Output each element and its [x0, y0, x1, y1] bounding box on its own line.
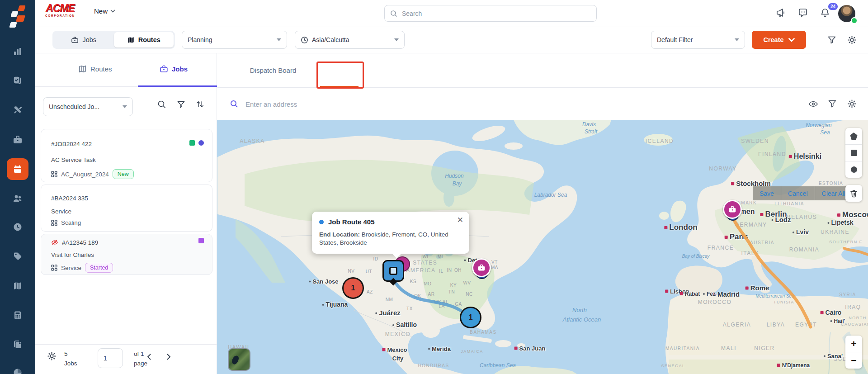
map-canvas[interactable]: DavisStraitNorwegianSeaHudsonBayLabrador…	[217, 120, 868, 374]
agent-marker[interactable]	[472, 258, 491, 281]
job-group: Service	[61, 265, 81, 271]
new-menu-label: New	[94, 7, 108, 15]
panel-sort-button[interactable]	[196, 100, 204, 109]
draw-actions-bar: Save Cancel Clear All	[753, 186, 852, 200]
panel-tab-routes[interactable]: Routes	[78, 65, 112, 73]
tab-dispatch-board[interactable]: Dispatch Board	[250, 66, 297, 74]
satellite-layer-toggle[interactable]	[228, 348, 250, 371]
sidebar-item-documents[interactable]	[7, 334, 28, 355]
visibility-toggle-button[interactable]	[808, 99, 818, 109]
chevron-right-icon	[165, 353, 173, 361]
sidebar-item-calculator[interactable]	[7, 304, 28, 326]
messages-button[interactable]	[797, 7, 808, 18]
map-settings-button[interactable]	[847, 99, 857, 109]
draw-circle-button[interactable]	[845, 161, 862, 178]
zoom-out-button[interactable]: −	[845, 352, 862, 369]
toggle-routes[interactable]: Routes	[114, 32, 174, 47]
panel-footer: 5Jobs of 1page	[35, 344, 217, 374]
status-shape-indigo-circle	[198, 140, 204, 146]
app-root: ACME CORPORATION New 24 Jobs Routes	[0, 0, 868, 374]
job-card[interactable]: #BA2024 335 Service Scaling	[41, 185, 212, 232]
agent-marker[interactable]	[722, 200, 742, 223]
sidebar	[0, 0, 35, 374]
panel-search-button[interactable]	[157, 100, 166, 109]
panel-tab-jobs[interactable]: Jobs	[160, 65, 188, 73]
search-icon	[230, 100, 238, 108]
eye-icon	[808, 99, 818, 109]
settings-button[interactable]	[847, 35, 857, 45]
planning-select[interactable]: Planning	[182, 31, 287, 49]
popup-title: Job Route 405	[328, 218, 375, 226]
chevron-down-icon	[788, 38, 795, 42]
new-menu[interactable]: New	[94, 7, 115, 15]
toggle-jobs[interactable]: Jobs	[54, 32, 114, 47]
search-input[interactable]	[401, 9, 591, 18]
job-title: Service	[51, 208, 71, 215]
cancel-button[interactable]: Cancel	[781, 186, 815, 200]
cluster-marker-red[interactable]: 1	[342, 277, 364, 299]
sidebar-item-timesheets[interactable]	[7, 216, 28, 238]
acme-logo[interactable]: ACME CORPORATION	[45, 3, 75, 18]
sidebar-item-tags[interactable]	[7, 246, 28, 267]
address-search-row	[217, 88, 868, 121]
default-filter-select[interactable]: Default Filter	[651, 31, 745, 49]
job-card[interactable]: #JOB2024 422 AC Service Task AC_August_2…	[41, 129, 212, 182]
create-button[interactable]: Create	[752, 31, 806, 49]
cluster-count: 1	[468, 313, 472, 322]
route-color-dot	[319, 220, 324, 224]
draw-polygon-button[interactable]	[845, 128, 862, 145]
sidebar-item-reports[interactable]	[7, 362, 28, 374]
timezone-select[interactable]: Asia/Calcutta	[295, 31, 405, 49]
map-filter-button[interactable]	[828, 99, 837, 108]
jobs-count: 5Jobs	[64, 350, 77, 369]
status-badge: New	[113, 169, 134, 179]
job-status-filter-select[interactable]: Unscheduled Jo...	[43, 97, 133, 116]
delete-shapes-button[interactable]	[845, 185, 862, 202]
save-button[interactable]: Save	[753, 186, 781, 200]
divider	[814, 33, 814, 46]
panel-controls: Unscheduled Jo...	[35, 87, 217, 126]
sidebar-item-users[interactable]	[7, 188, 28, 209]
sidebar-item-map[interactable]	[7, 275, 28, 297]
square-icon	[851, 150, 857, 156]
panel-filter-button[interactable]	[177, 100, 185, 109]
next-page-button[interactable]	[165, 353, 173, 361]
job-id: #A12345 189	[62, 239, 98, 246]
tag-icon	[13, 251, 23, 261]
address-input[interactable]	[245, 100, 563, 109]
tools-icon	[13, 105, 23, 115]
sidebar-item-tools[interactable]	[7, 99, 28, 121]
filter-button[interactable]	[827, 35, 836, 44]
briefcase-icon	[728, 205, 736, 213]
sidebar-item-analytics[interactable]	[7, 41, 28, 62]
cluster-marker-blue[interactable]: 1	[460, 307, 481, 328]
panel-tab-jobs-label: Jobs	[172, 65, 188, 73]
briefcase-icon	[13, 135, 23, 145]
draw-rectangle-button[interactable]	[845, 145, 862, 161]
app-logo[interactable]	[8, 4, 28, 29]
status-badge: Started	[85, 263, 113, 273]
prev-page-button[interactable]	[145, 353, 153, 361]
circle-icon	[851, 166, 857, 173]
sidebar-item-scheduling[interactable]	[7, 158, 28, 180]
announcements-button[interactable]	[775, 7, 786, 18]
job-status-filter-value: Unscheduled Jo...	[49, 103, 123, 110]
pentagon-icon	[850, 133, 858, 140]
status-shape-purple-square	[198, 238, 204, 243]
briefcase-icon	[71, 36, 79, 44]
job-card[interactable]: #A12345 189 Visit for Charles Service St…	[41, 234, 212, 275]
chevron-down-icon	[110, 9, 115, 13]
page-number-input[interactable]	[98, 348, 123, 368]
close-icon[interactable]: ✕	[457, 215, 463, 225]
chevron-down-icon	[277, 38, 281, 41]
sidebar-item-jobs[interactable]	[7, 129, 28, 151]
list-settings-button[interactable]	[47, 351, 57, 361]
toggle-jobs-label: Jobs	[82, 36, 96, 43]
users-icon	[13, 194, 23, 204]
grid-icon	[51, 265, 57, 271]
funnel-icon	[827, 35, 836, 44]
chevron-down-icon	[735, 38, 739, 41]
zoom-in-button[interactable]: +	[845, 336, 862, 352]
route-stop-marker[interactable]	[382, 260, 404, 282]
sidebar-item-tasks[interactable]	[7, 70, 28, 91]
